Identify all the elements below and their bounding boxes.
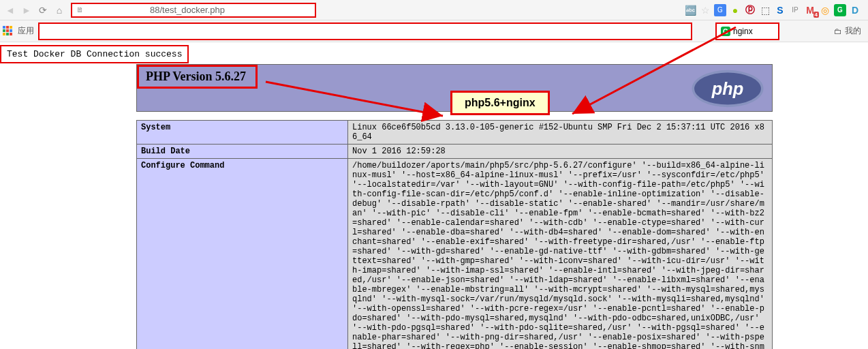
phpinfo-row-value: /home/buildozer/aports/main/php5/src/php… [348,159,773,350]
circle-icon[interactable]: ◎ [819,4,831,16]
s-icon[interactable]: S [774,4,786,16]
nav-buttons: ◄ ► ⟳ ⌂ [3,3,67,18]
php-version: PHP Version 5.6.27 [137,65,258,89]
page-icon: 🗎 [76,5,86,15]
phpinfo-row-label: Build Date [137,145,348,159]
ip-icon[interactable]: IP [789,4,801,16]
nginx-icon: G [721,27,730,36]
phpinfo-header: PHP Version 5.6.27 php5.6+nginx php [136,64,773,112]
url-text: 88/test_docker.php [150,5,225,15]
apps-icon[interactable] [3,26,14,37]
reload-button[interactable]: ⟳ [35,3,50,18]
google-icon[interactable]: G [714,4,726,16]
address-bar[interactable]: 🗎 88/test_docker.php [71,3,316,18]
phpinfo-row-label: System [137,121,348,145]
bookmarks-bar: 应用 G nginx 🗀 我的 [0,20,868,42]
phpinfo-row: Build DateNov 1 2016 12:59:28 [137,145,773,159]
apps-label[interactable]: 应用 [18,25,34,37]
phpinfo-row-value: Nov 1 2016 12:59:28 [348,145,773,159]
pinterest-icon[interactable]: ⓟ [744,4,756,16]
svg-text:php: php [711,79,743,98]
green-dot-icon[interactable]: ● [729,4,741,16]
folder-icon: 🗀 [834,27,842,36]
extension-icon[interactable]: ⬚ [759,4,771,16]
gmail-icon[interactable]: M4 [804,4,816,16]
browser-toolbar: ◄ ► ⟳ ⌂ 🗎 88/test_docker.php 🔤 ☆ G ● ⓟ ⬚… [0,0,868,20]
star-icon[interactable]: ☆ [699,4,711,16]
back-button[interactable]: ◄ [3,3,18,18]
success-message: Test Docker DB Connection success [0,45,189,63]
nginx-label: nginx [733,27,753,36]
phpinfo-table: SystemLinux 66ce6f50b5cd 3.13.0-105-gene… [136,120,773,349]
phpinfo-row-label: Configure Command [137,159,348,350]
phpinfo-row-value: Linux 66ce6f50b5cd 3.13.0-105-generic #1… [348,121,773,145]
translate-icon[interactable]: 🔤 [684,4,696,16]
other-bookmarks[interactable]: 🗀 我的 [834,25,865,37]
annotation-label: php5.6+nginx [450,91,550,115]
g-green-icon[interactable]: G [834,4,846,16]
masked-hostname [89,4,150,16]
toolbar-extensions: 🔤 ☆ G ● ⓟ ⬚ S IP M4 ◎ G D [684,4,865,16]
nginx-callout: G nginx [715,22,779,40]
home-button[interactable]: ⌂ [52,3,67,18]
forward-button[interactable]: ► [19,3,34,18]
d-icon[interactable]: D [849,4,861,16]
masked-bookmark-area [38,22,692,40]
phpinfo-row: Configure Command/home/buildozer/aports/… [137,159,773,350]
php-logo-icon: php [690,69,765,108]
phpinfo-row: SystemLinux 66ce6f50b5cd 3.13.0-105-gene… [137,121,773,145]
phpinfo-section: PHP Version 5.6.27 php5.6+nginx php Syst… [136,64,773,349]
